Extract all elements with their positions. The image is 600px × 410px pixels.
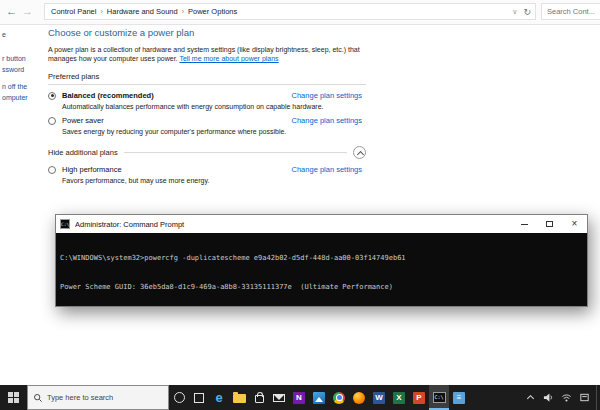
edge-icon[interactable]: e (209, 385, 229, 410)
control-panel-toolbar: ← → Control Panel › Hardware and Sound ›… (0, 0, 600, 25)
breadcrumb-separator-icon: › (182, 8, 184, 15)
mail-icon[interactable] (269, 385, 289, 410)
breadcrumb: Control Panel › Hardware and Sound › Pow… (44, 3, 536, 20)
sidebar-item-home[interactable]: e (2, 31, 6, 38)
onenote-icon[interactable]: N (289, 385, 309, 410)
console-output[interactable]: C:\WINDOWS\system32>powercfg -duplicates… (56, 233, 587, 306)
plan-description-balanced: Automatically balances performance with … (62, 103, 366, 110)
breadcrumb-hardware-and-sound[interactable]: Hardware and Sound (107, 7, 178, 16)
search-icon (33, 393, 43, 403)
breadcrumb-power-options[interactable]: Power Options (188, 7, 237, 16)
network-wifi-icon[interactable] (561, 392, 572, 403)
forward-icon[interactable]: → (22, 5, 33, 18)
intro-text: A power plan is a collection of hardware… (48, 45, 378, 63)
change-plan-settings-link-balanced[interactable]: Change plan settings (292, 91, 362, 100)
breadcrumb-separator-icon: › (100, 8, 102, 15)
tell-me-more-link[interactable]: Tell me more about power plans (179, 55, 278, 62)
plan-description-power-saver: Saves energy by reducing your computer's… (62, 128, 366, 135)
radio-high-performance[interactable] (48, 166, 56, 174)
hide-additional-plans-label: Hide additional plans (48, 148, 118, 157)
action-center-icon[interactable] (579, 392, 590, 403)
powerpoint-icon[interactable]: P (409, 385, 429, 410)
plan-description-high-performance: Favors performance, but may use more ene… (62, 177, 366, 184)
cmd-window-icon: C:\ (60, 219, 70, 229)
command-prompt-window: C:\ Administrator: Command Prompt × C:\W… (55, 214, 588, 307)
plan-row-power-saver: Power saver Change plan settings Saves e… (48, 116, 366, 135)
task-view-icon (194, 393, 204, 403)
console-line: Power Scheme GUID: 36eb5da8-d1c9-469a-a8… (60, 283, 583, 293)
taskbar: Type here to search eNWXPC:\≡ (0, 385, 600, 410)
close-icon: × (572, 219, 578, 229)
taskbar-app-row: eNWXPC:\≡ (209, 385, 469, 410)
minimize-button[interactable] (512, 215, 537, 233)
taskbar-search-input[interactable]: Type here to search (27, 385, 169, 410)
console-line: C:\WINDOWS\system32>powercfg -duplicates… (60, 254, 583, 264)
maximize-button[interactable] (537, 215, 562, 233)
start-button[interactable] (0, 385, 27, 410)
back-icon[interactable]: ← (6, 5, 17, 18)
change-plan-settings-link-power-saver[interactable]: Change plan settings (292, 116, 362, 125)
control-panel-search-input[interactable] (541, 3, 600, 20)
address-dropdown-icon[interactable]: ∨ (512, 8, 517, 16)
system-tray (525, 385, 596, 410)
radio-power-saver[interactable] (48, 117, 56, 125)
preferred-plans-label: Preferred plans (48, 72, 366, 85)
taskbar-search-placeholder: Type here to search (47, 393, 113, 402)
firefox-icon[interactable] (349, 385, 369, 410)
windows-logo-icon (8, 392, 19, 403)
window-title: Administrator: Command Prompt (75, 220, 184, 229)
sidebar-item-power-button[interactable]: r button (2, 55, 26, 62)
breadcrumb-control-panel[interactable]: Control Panel (51, 7, 96, 16)
plan-label-power-saver: Power saver (62, 116, 104, 125)
page-title: Choose or customize a power plan (48, 27, 378, 38)
photos-icon[interactable] (309, 385, 329, 410)
word-icon[interactable]: W (369, 385, 389, 410)
cortana-button[interactable] (169, 385, 189, 410)
power-options-page: Choose or customize a power plan A power… (48, 27, 378, 184)
refresh-icon[interactable]: ↻ (523, 7, 531, 17)
file-explorer-icon[interactable] (229, 385, 249, 410)
divider (124, 152, 347, 153)
close-button[interactable]: × (562, 215, 587, 233)
volume-icon[interactable] (543, 392, 554, 403)
plan-row-balanced: Balanced (recommended) Change plan setti… (48, 91, 366, 110)
desktop-screen: ← → Control Panel › Hardware and Sound ›… (0, 0, 600, 410)
cortana-icon (174, 392, 185, 403)
change-plan-settings-link-high-performance[interactable]: Change plan settings (292, 165, 362, 174)
plan-label-high-performance: High performance (62, 165, 122, 174)
collapse-chevron-up-icon[interactable] (353, 146, 366, 159)
sidebar-item-turn-off-display[interactable]: n off the (2, 83, 27, 90)
cmd-icon[interactable]: C:\ (429, 385, 449, 410)
maximize-icon (546, 221, 553, 227)
excel-icon[interactable]: X (389, 385, 409, 410)
store-icon[interactable] (249, 385, 269, 410)
plan-row-high-performance: High performance Change plan settings Fa… (48, 165, 366, 184)
sidebar-item-password[interactable]: ssword (2, 66, 24, 73)
notepad-icon[interactable]: ≡ (449, 385, 469, 410)
show-desktop-button[interactable] (596, 385, 600, 410)
command-prompt-titlebar[interactable]: C:\ Administrator: Command Prompt × (56, 215, 587, 233)
radio-balanced[interactable] (48, 92, 56, 100)
task-view-button[interactable] (189, 385, 209, 410)
sidebar-item-computer-sleeps[interactable]: omputer (2, 94, 28, 101)
plan-label-balanced: Balanced (recommended) (62, 91, 154, 100)
hide-additional-plans-section: Hide additional plans (48, 146, 366, 159)
tray-chevron-up-icon[interactable] (525, 392, 536, 403)
minimize-icon (521, 224, 528, 225)
chrome-icon[interactable] (329, 385, 349, 410)
